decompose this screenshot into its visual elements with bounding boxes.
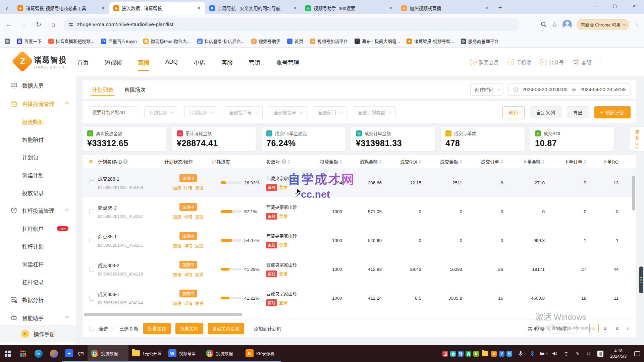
filter-select-3[interactable]: 全部投手号 bbox=[224, 106, 263, 118]
browser-tab[interactable]: K上网导航 - 安全实用的网址导航× bbox=[205, 2, 301, 14]
browser-menu-icon[interactable]: ⋮ bbox=[634, 21, 640, 28]
row-checkbox[interactable] bbox=[89, 180, 94, 185]
row-action-复投[interactable]: 复投 bbox=[195, 214, 204, 220]
select-all-label[interactable]: 全选 bbox=[99, 325, 108, 332]
col-header-5[interactable]: 投放金额 bbox=[316, 158, 351, 165]
nav-item-3[interactable]: 直播 bbox=[137, 48, 150, 76]
bookmark-item[interactable]: 百百度一下 bbox=[17, 38, 42, 44]
site-info-icon[interactable] bbox=[68, 22, 74, 27]
tray-app-icon-3[interactable]: 球 bbox=[458, 351, 464, 357]
date-start[interactable]: 2024-04-20 00:00:00 bbox=[522, 87, 568, 92]
row-checkbox[interactable] bbox=[89, 209, 94, 214]
next-page-icon[interactable]: › bbox=[626, 325, 629, 331]
row-action-详情[interactable]: 详情 bbox=[184, 300, 192, 306]
taskbar-clock[interactable]: 4:18 2024/5/3 bbox=[607, 348, 630, 359]
sidebar-manual-button[interactable]: 🙂 操作手册 bbox=[0, 325, 76, 343]
tray-app-icon-9[interactable]: K bbox=[506, 351, 512, 357]
window-close-button[interactable]: ✕ bbox=[625, 0, 644, 11]
row-action-加速[interactable]: 加速 bbox=[173, 242, 181, 249]
tab-close-icon[interactable]: × bbox=[196, 5, 202, 11]
login-link[interactable]: 登录 bbox=[279, 299, 287, 306]
app-launcher-icon[interactable] bbox=[15, 345, 31, 362]
batch-stop-button[interactable]: 批量关停 bbox=[175, 323, 203, 334]
sidebar-item-投放记录[interactable]: 投放记录 bbox=[0, 184, 76, 201]
window-minimize-button[interactable]: — bbox=[586, 0, 605, 11]
taskbar-button-4[interactable]: W视频号第... bbox=[165, 345, 203, 362]
home-icon[interactable]: ⌂ bbox=[48, 19, 59, 30]
time-field-select[interactable]: 创建时间 bbox=[470, 83, 503, 96]
sidebar-item-数据大屏[interactable]: 数据大屏 bbox=[0, 76, 76, 95]
bookmark-item[interactable]: ◍ bbox=[5, 39, 10, 44]
browser-icon[interactable] bbox=[46, 345, 62, 362]
refresh-button[interactable]: 刷新 bbox=[502, 106, 525, 118]
reload-icon[interactable]: ↻ bbox=[33, 19, 44, 30]
bookmark-item[interactable]: 微微现场Plus-微信大... bbox=[143, 38, 190, 44]
date-end[interactable]: 2024-04-20 23:59:59 bbox=[580, 87, 626, 92]
bookmark-item[interactable]: ◆诸葛智投-视频号智... bbox=[407, 38, 454, 44]
bookmark-item[interactable]: B巨量百应Buyin bbox=[101, 38, 137, 44]
col-header-8[interactable]: 成交金额 bbox=[430, 158, 471, 165]
tray-app-icon-2[interactable]: 会 bbox=[450, 351, 456, 357]
browser-tab[interactable]: ◎视频号助手_360搜索× bbox=[301, 2, 397, 14]
profile-avatar[interactable] bbox=[562, 20, 572, 29]
date-range-picker[interactable]: 2024-04-20 00:00:00 至 2024-04-20 23:59:5… bbox=[508, 83, 631, 96]
col-header-2[interactable]: 计划状态/操作 bbox=[164, 158, 212, 165]
browser-tab[interactable]: ∞加热视频或直播× bbox=[397, 2, 493, 14]
sidebar-item-创建杠杆[interactable]: 创建杠杆 bbox=[0, 255, 76, 273]
customize-columns-button[interactable]: 自定义列 bbox=[530, 106, 561, 118]
bookmark-item[interactable]: ♪抖音直播和短视频... bbox=[48, 38, 94, 44]
prev-page-icon[interactable]: ‹ bbox=[581, 325, 584, 331]
sort-icon[interactable] bbox=[584, 160, 586, 164]
content-tab-1[interactable]: 计划列表 bbox=[91, 80, 115, 99]
sidebar-item-创建计划[interactable]: 创建计划 bbox=[0, 166, 76, 184]
tray-app-icon-8[interactable]: V bbox=[499, 351, 504, 357]
chrome-update-button[interactable]: 有新版 Chrome 可用 bbox=[577, 19, 629, 30]
filter-select-5[interactable]: 全部部门 bbox=[313, 106, 347, 118]
browser-tab[interactable]: ◆诸葛智投-视频号电商必备工具× bbox=[13, 2, 109, 14]
export-button[interactable]: 导出 bbox=[567, 106, 589, 118]
battery-icon[interactable] bbox=[538, 345, 548, 362]
header-link-4[interactable]: 💬客服 bbox=[573, 59, 591, 66]
search-icon[interactable] bbox=[540, 21, 547, 28]
sidebar-item-智能赔付[interactable]: 智能赔付 bbox=[0, 130, 76, 148]
header-link-1[interactable]: ◇购买会员 bbox=[470, 59, 499, 66]
tab-close-icon[interactable]: × bbox=[100, 5, 106, 11]
nav-item-1[interactable]: 首页 bbox=[76, 48, 89, 76]
window-maximize-button[interactable]: ▢ bbox=[605, 0, 625, 11]
taskbar-button-5[interactable]: 投流数据 -... bbox=[203, 345, 242, 362]
header-link-2[interactable]: S手机端 bbox=[507, 59, 531, 66]
sidebar-item-直播投流管理[interactable]: 直播投流管理 bbox=[0, 95, 76, 113]
col-header-11[interactable]: 下单订单 bbox=[553, 158, 595, 165]
bookmark-item[interactable]: ⌂首页 bbox=[287, 38, 303, 44]
page-button-1[interactable]: 1 bbox=[589, 324, 599, 333]
tab-close-icon[interactable]: × bbox=[484, 5, 490, 11]
row-action-加速[interactable]: 加速 bbox=[173, 271, 181, 278]
network-icon[interactable] bbox=[561, 345, 571, 362]
help-icon[interactable]: ? bbox=[281, 159, 286, 164]
filter-select-6[interactable]: 全部计划类型 bbox=[353, 106, 396, 118]
tray-app-icon-1[interactable]: 卫 bbox=[442, 351, 448, 357]
filter-select-1[interactable]: 在线状态 bbox=[144, 106, 178, 118]
row-action-加速[interactable]: 加速 bbox=[173, 185, 181, 191]
taskbar-button-3[interactable]: 1元公开课 bbox=[128, 345, 165, 362]
vertical-scrollbar[interactable] bbox=[632, 176, 635, 210]
auto-stop-settings-button[interactable]: 自动关停设置 bbox=[208, 323, 244, 334]
row-action-详情[interactable]: 详情 bbox=[184, 214, 192, 220]
col-header-1[interactable]: 计划名称/ID? bbox=[98, 158, 164, 165]
nav-item-4[interactable]: ADQ bbox=[165, 49, 178, 75]
login-link[interactable]: 登录 bbox=[279, 184, 287, 190]
nav-item-2[interactable]: 短视频 bbox=[104, 48, 122, 76]
row-action-复投[interactable]: 复投 bbox=[195, 185, 204, 191]
row-action-复投[interactable]: 复投 bbox=[195, 242, 204, 249]
bookmark-item[interactable]: ⁘幕布 - 极简大纲笔... bbox=[355, 38, 400, 44]
url-text[interactable]: zhuge.v-ma.com/#/live-studio/live-plan/l… bbox=[77, 21, 173, 27]
volume-icon[interactable] bbox=[550, 345, 560, 362]
sort-icon[interactable] bbox=[379, 160, 382, 164]
bookmark-item[interactable]: ∞视频号加热平台 bbox=[310, 38, 348, 44]
tab-search-chevron-icon[interactable]: ∨ bbox=[0, 3, 13, 14]
tab-close-icon[interactable]: × bbox=[388, 5, 394, 11]
row-action-复投[interactable]: 复投 bbox=[195, 271, 204, 278]
edge-icon[interactable]: e bbox=[31, 345, 46, 362]
row-action-详情[interactable]: 详情 bbox=[184, 271, 192, 278]
sort-icon[interactable] bbox=[500, 160, 503, 164]
